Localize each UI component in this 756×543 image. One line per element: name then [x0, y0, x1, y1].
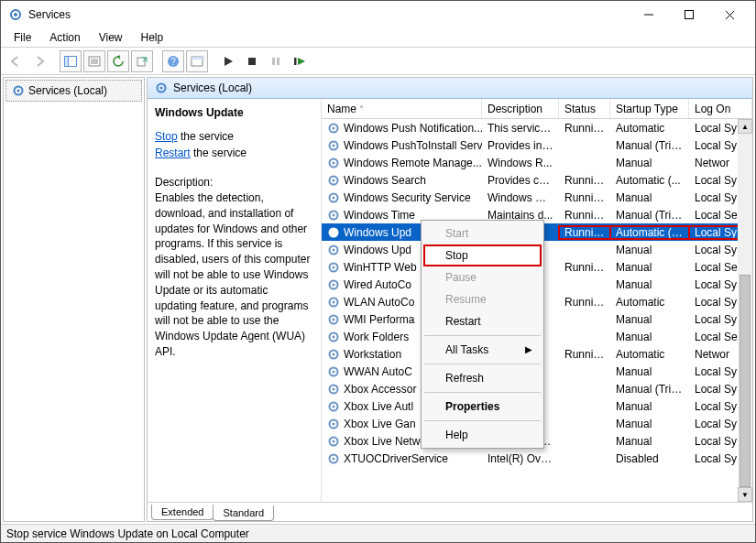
menu-file[interactable]: File [5, 29, 40, 46]
chevron-right-icon: ▶ [525, 344, 532, 354]
pane-header: Services (Local) [148, 78, 752, 99]
cell-name: Windows Push Notification... [344, 122, 482, 135]
gear-icon [155, 81, 168, 94]
svg-text:?: ? [170, 57, 176, 67]
scroll-thumb[interactable] [740, 275, 751, 487]
table-row[interactable]: Windows Remote Manage...Windows R...Manu… [322, 154, 752, 171]
export-button[interactable] [131, 50, 153, 72]
scrollbar[interactable]: ▲ ▼ [738, 119, 752, 502]
properties-button[interactable] [83, 50, 105, 72]
cell-startup: Automatic (... [610, 174, 689, 187]
cell-name: Work Folders [344, 331, 409, 343]
stop-svc-button[interactable] [241, 50, 263, 72]
view-tabs: Extended Standard [148, 502, 752, 521]
back-button[interactable] [5, 50, 27, 72]
close-button[interactable] [709, 2, 750, 27]
column-name[interactable]: Name [322, 99, 482, 118]
table-row[interactable]: Windows SearchProvides co...RunningAutom… [322, 171, 752, 189]
gear-icon [327, 365, 340, 378]
svg-point-48 [333, 318, 335, 320]
minimize-button[interactable] [629, 2, 669, 27]
cell-startup: Manual [610, 244, 689, 256]
gear-icon [327, 400, 340, 413]
forward-button[interactable] [28, 50, 50, 72]
cell-status: Running [559, 209, 610, 222]
app-icon [8, 7, 23, 22]
column-status[interactable]: Status [559, 99, 610, 118]
restart-svc-button[interactable] [289, 50, 311, 72]
cell-name: Windows Time [344, 209, 415, 222]
svg-point-34 [333, 196, 335, 199]
menu-help[interactable]: Help [132, 29, 173, 46]
about-button[interactable] [186, 50, 208, 72]
stop-link[interactable]: Stop [155, 130, 178, 143]
cell-startup: Manual (Trig... [610, 383, 689, 396]
menu-action[interactable]: Action [40, 29, 89, 46]
svg-point-1 [14, 13, 17, 16]
ctx-refresh[interactable]: Refresh [423, 367, 542, 389]
help-button[interactable]: ? [162, 50, 184, 72]
list-pane: Services (Local) Windows Update Stop the… [147, 77, 753, 522]
tab-standard[interactable]: Standard [213, 505, 274, 521]
tab-extended[interactable]: Extended [151, 505, 214, 520]
ctx-help[interactable]: Help [423, 424, 542, 446]
tree-pane: Services (Local) [3, 77, 145, 522]
ctx-all-tasks[interactable]: All Tasks▶ [423, 339, 542, 361]
column-description[interactable]: Description [482, 99, 559, 118]
column-startup[interactable]: Startup Type [610, 99, 689, 118]
ctx-start: Start [423, 223, 542, 244]
pause-svc-button[interactable] [265, 50, 287, 72]
cell-startup: Manual [610, 331, 689, 343]
table-row[interactable]: Windows PushToInstall Serv...Provides in… [322, 136, 752, 154]
table-row[interactable]: XTUOCDriverServiceIntel(R) Ove...Disable… [322, 450, 752, 467]
titlebar: Services [1, 1, 755, 28]
scroll-up-icon[interactable]: ▲ [738, 119, 752, 134]
table-row[interactable]: Windows Push Notification...This service… [322, 119, 752, 136]
tree-item-services-local[interactable]: Services (Local) [5, 80, 142, 102]
refresh-button[interactable] [107, 50, 129, 72]
cell-startup: Manual [610, 191, 689, 204]
ctx-resume: Resume [423, 288, 542, 310]
column-logon[interactable]: Log On [689, 99, 752, 118]
gear-icon [327, 226, 340, 239]
gear-icon [327, 261, 340, 274]
cell-description: Windows Se... [482, 191, 559, 204]
show-hide-tree-button[interactable] [60, 50, 82, 72]
cell-description: Intel(R) Ove... [482, 452, 559, 465]
svg-point-62 [333, 440, 335, 442]
cell-status: Running [559, 122, 610, 135]
gear-icon [327, 348, 340, 361]
cell-status: Running [559, 296, 610, 309]
gear-icon [327, 191, 340, 204]
cell-description: This service ... [482, 122, 559, 135]
pane-title: Services (Local) [173, 81, 252, 94]
start-svc-button[interactable] [217, 50, 239, 72]
gear-icon [327, 331, 340, 343]
gear-icon [327, 157, 340, 169]
cell-startup: Automatic [610, 348, 689, 361]
cell-startup: Manual [610, 418, 689, 430]
maximize-button[interactable] [669, 2, 709, 27]
svg-rect-16 [192, 57, 203, 60]
description-label: Description: [155, 176, 312, 189]
service-list: Name Description Status Startup Type Log… [322, 99, 752, 502]
cell-name: Windows Upd [344, 226, 411, 239]
ctx-restart[interactable]: Restart [423, 310, 542, 332]
gear-icon [327, 174, 340, 187]
cell-description: Provides inf... [482, 139, 559, 152]
ctx-stop[interactable]: Stop [423, 244, 542, 266]
gear-icon [327, 244, 340, 256]
table-row[interactable]: Windows Security ServiceWindows Se...Run… [322, 189, 752, 206]
restart-link[interactable]: Restart [155, 147, 191, 159]
ctx-properties[interactable]: Properties [423, 396, 542, 418]
cell-description: Provides co... [482, 174, 559, 187]
cell-startup: Manual [610, 157, 689, 169]
svg-rect-18 [272, 58, 275, 65]
cell-startup: Manual [610, 435, 689, 448]
detail-panel: Windows Update Stop the service Restart … [148, 99, 322, 502]
svg-rect-17 [248, 58, 256, 65]
cell-status: Running [559, 226, 610, 239]
scroll-down-icon[interactable]: ▼ [738, 487, 752, 502]
cell-startup: Manual [610, 278, 689, 291]
menu-view[interactable]: View [90, 29, 132, 46]
